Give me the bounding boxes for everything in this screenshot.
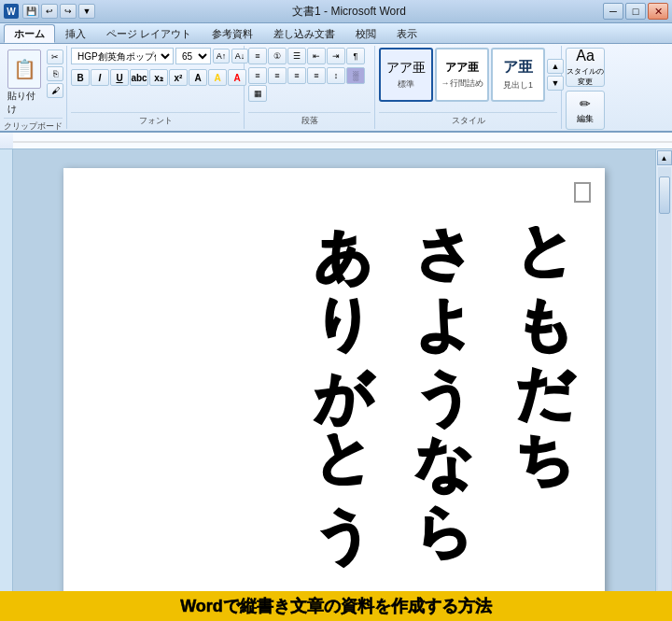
clear-format-button[interactable]: A (189, 69, 207, 86)
tab-mailings[interactable]: 差し込み文書 (263, 24, 345, 43)
tab-insert[interactable]: 挿入 (55, 24, 96, 43)
cut-button[interactable]: ✂ (47, 49, 63, 64)
clipboard-group: 📋 貼り付け ✂ ⎘ 🖌 クリップボード (0, 46, 67, 129)
title-bar-left: W 💾 ↩ ↪ ▼ (4, 4, 95, 19)
font-label: フォント (71, 112, 240, 129)
style-cards: アア亜 標準 アア亜 →行間詰め ア亜 見出し1 ▲ ▼ (379, 48, 564, 102)
style-no-spacing[interactable]: アア亜 →行間詰め (435, 48, 489, 102)
redo-button[interactable]: ↪ (60, 4, 77, 19)
subscript-button[interactable]: x₂ (149, 69, 168, 86)
main-area: ありがとう さようなら ともだち ▲ ▼ (0, 149, 672, 608)
document-area[interactable]: ありがとう さようなら ともだち (13, 149, 655, 608)
justify-button[interactable]: ≡ (307, 67, 326, 84)
para-icon-row2: ≡ ≡ ≡ ≡ ↕ ░ ▦ (248, 67, 371, 102)
maximize-button[interactable]: □ (625, 3, 646, 20)
caption-text: Wordで縦書き文章の資料を作成する方法 (180, 595, 492, 617)
ruler-inner (13, 133, 672, 148)
caption-bar: Wordで縦書き文章の資料を作成する方法 (0, 591, 672, 621)
text-col-1: ありがとう (311, 187, 374, 533)
style-change-button[interactable]: Aa スタイルの変更 (566, 48, 605, 87)
paragraph-group: ≡ ① ☰ ⇤ ⇥ ¶ ≡ ≡ ≡ ≡ ↕ ░ ▦ 段落 (245, 46, 375, 129)
style-normal[interactable]: アア亜 標準 (379, 48, 433, 102)
clipboard-sub: ✂ ⎘ 🖌 (47, 48, 63, 98)
strikethrough-button[interactable]: abc (130, 69, 148, 86)
italic-button[interactable]: I (91, 69, 109, 86)
show-marks-button[interactable]: ¶ (346, 48, 365, 64)
font-format-row: B I U abc x₂ x² A A A (71, 69, 246, 86)
clipboard-content: 📋 貼り付け ✂ ⎘ 🖌 (4, 46, 63, 118)
format-painter-button[interactable]: 🖌 (47, 83, 63, 98)
style-no-spacing-label: →行間詰め (441, 78, 483, 90)
font-size-select[interactable]: 65 (175, 48, 211, 64)
paste-label: 貼り付け (7, 90, 41, 116)
style-heading1-label: 見出し1 (503, 79, 533, 92)
numbering-button[interactable]: ① (268, 48, 287, 64)
undo-button[interactable]: ↩ (41, 4, 58, 19)
para-icon-row1: ≡ ① ☰ ⇤ ⇥ ¶ (248, 48, 365, 64)
scroll-track[interactable] (658, 167, 671, 590)
title-bar: W 💾 ↩ ↪ ▼ 文書1 - Microsoft Word ─ □ ✕ (0, 0, 672, 23)
copy-button[interactable]: ⎘ (47, 66, 63, 81)
window-title: 文書1 - Microsoft Word (95, 4, 603, 20)
left-panel (0, 149, 13, 608)
style-normal-label: 標準 (398, 78, 414, 91)
ruler-marks (13, 133, 672, 148)
bold-button[interactable]: B (71, 69, 90, 86)
decrease-indent-button[interactable]: ⇤ (307, 48, 326, 64)
tab-page-layout[interactable]: ページ レイアウト (96, 24, 202, 43)
window-controls: ─ □ ✕ (603, 3, 668, 20)
styles-group: アア亜 標準 アア亜 →行間詰め ア亜 見出し1 ▲ ▼ スタイル (375, 46, 562, 129)
style-heading1[interactable]: ア亜 見出し1 (491, 48, 545, 102)
ribbon: 📋 貼り付け ✂ ⎘ 🖌 クリップボード HGP創英角ポップ体 65 A↑ A↓ (0, 44, 672, 133)
bullets-button[interactable]: ≡ (248, 48, 267, 64)
tab-review[interactable]: 校閲 (345, 24, 386, 43)
line-spacing-button[interactable]: ↕ (327, 67, 345, 84)
document-page: ありがとう さようなら ともだち (63, 168, 605, 608)
text-highlight-button[interactable]: A (208, 69, 227, 86)
increase-indent-button[interactable]: ⇥ (327, 48, 345, 64)
text-col-3: ともだち (513, 187, 577, 533)
font-group: HGP創英角ポップ体 65 A↑ A↓ B I U abc x₂ x² A A … (67, 46, 245, 129)
scroll-up-button[interactable]: ▲ (657, 150, 672, 165)
underline-button[interactable]: U (110, 69, 129, 86)
font-name-row: HGP創英角ポップ体 65 A↑ A↓ (71, 48, 248, 64)
border-button[interactable]: ▦ (248, 85, 267, 102)
scroll-thumb[interactable] (659, 176, 670, 214)
ribbon-tabs: ホーム 挿入 ページ レイアウト 参考資料 差し込み文書 校閲 表示 (0, 23, 672, 44)
tab-references[interactable]: 参考資料 (202, 24, 263, 43)
editing-group: Aa スタイルの変更 ✏ 編集 (562, 46, 609, 129)
minimize-button[interactable]: ─ (603, 3, 623, 20)
text-columns: ありがとう さようなら ともだち (311, 187, 577, 533)
tab-view[interactable]: 表示 (386, 24, 427, 43)
text-col-2: さようなら (413, 187, 476, 533)
right-scrollbar: ▲ ▼ (655, 149, 672, 608)
shading-button[interactable]: ░ (346, 67, 365, 84)
close-button[interactable]: ✕ (648, 3, 668, 20)
toolbar-dropdown[interactable]: ▼ (78, 4, 95, 19)
align-left-button[interactable]: ≡ (248, 67, 267, 84)
align-right-button[interactable]: ≡ (287, 67, 306, 84)
tab-home[interactable]: ホーム (4, 24, 55, 43)
multilevel-button[interactable]: ☰ (287, 48, 306, 64)
styles-label: スタイル (379, 112, 557, 129)
para-label: 段落 (248, 112, 371, 129)
save-button[interactable]: 💾 (22, 4, 39, 19)
app-icon: W (4, 4, 19, 19)
font-grow-button[interactable]: A↑ (213, 49, 230, 64)
font-name-select[interactable]: HGP創英角ポップ体 (71, 48, 174, 64)
font-color-button[interactable]: A (228, 69, 246, 86)
paste-icon: 📋 (7, 49, 41, 89)
align-center-button[interactable]: ≡ (268, 67, 287, 84)
superscript-button[interactable]: x² (169, 69, 188, 86)
paste-button[interactable]: 📋 貼り付け (4, 48, 45, 118)
quick-save-toolbar: 💾 ↩ ↪ ▼ (22, 4, 95, 19)
horizontal-ruler (0, 133, 672, 149)
edit-button[interactable]: ✏ 編集 (566, 91, 605, 130)
